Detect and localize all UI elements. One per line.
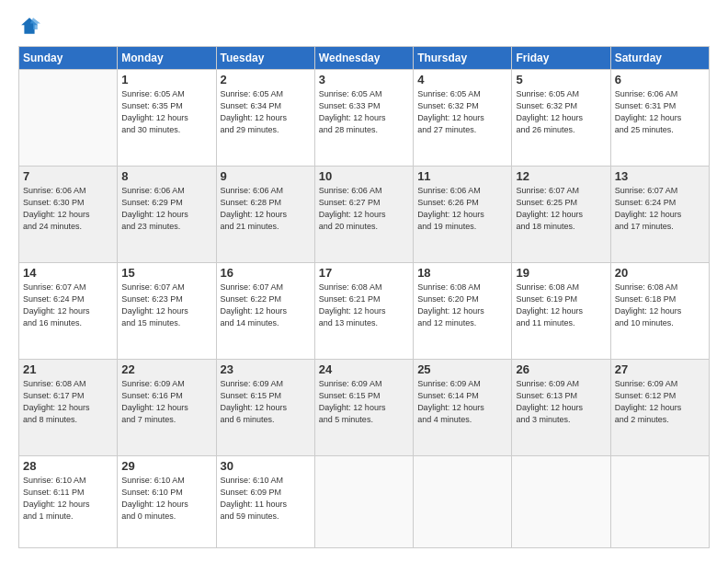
day-info: Sunrise: 6:08 AM Sunset: 6:19 PM Dayligh… xyxy=(516,282,606,329)
day-info: Sunrise: 6:07 AM Sunset: 6:24 PM Dayligh… xyxy=(23,282,113,329)
day-info: Sunrise: 6:10 AM Sunset: 6:11 PM Dayligh… xyxy=(23,475,113,523)
day-number: 21 xyxy=(23,362,113,376)
day-number: 9 xyxy=(221,169,311,183)
day-number: 2 xyxy=(221,73,311,86)
day-number: 13 xyxy=(615,169,705,183)
day-number: 3 xyxy=(319,73,409,86)
day-info: Sunrise: 6:06 AM Sunset: 6:31 PM Dayligh… xyxy=(615,88,705,136)
day-info: Sunrise: 6:05 AM Sunset: 6:32 PM Dayligh… xyxy=(417,88,507,136)
calendar-cell: 16Sunrise: 6:07 AM Sunset: 6:22 PM Dayli… xyxy=(216,263,314,360)
calendar-cell xyxy=(414,456,512,548)
weekday-header-sunday: Sunday xyxy=(19,47,118,70)
calendar-cell: 8Sunrise: 6:06 AM Sunset: 6:29 PM Daylig… xyxy=(118,167,216,263)
weekday-header-thursday: Thursday xyxy=(414,47,512,70)
calendar-cell: 26Sunrise: 6:09 AM Sunset: 6:13 PM Dayli… xyxy=(512,360,610,456)
calendar-cell xyxy=(512,456,610,548)
calendar-cell: 18Sunrise: 6:08 AM Sunset: 6:20 PM Dayli… xyxy=(414,263,512,360)
calendar-week-row: 28Sunrise: 6:10 AM Sunset: 6:11 PM Dayli… xyxy=(19,456,710,548)
day-number: 23 xyxy=(221,362,311,376)
weekday-header-saturday: Saturday xyxy=(610,47,709,70)
calendar-cell: 19Sunrise: 6:08 AM Sunset: 6:19 PM Dayli… xyxy=(512,263,610,360)
logo xyxy=(18,15,44,37)
day-info: Sunrise: 6:08 AM Sunset: 6:21 PM Dayligh… xyxy=(319,282,409,329)
day-info: Sunrise: 6:06 AM Sunset: 6:28 PM Dayligh… xyxy=(221,185,311,233)
calendar-week-row: 21Sunrise: 6:08 AM Sunset: 6:17 PM Dayli… xyxy=(19,360,710,456)
day-number: 10 xyxy=(319,169,409,183)
day-info: Sunrise: 6:05 AM Sunset: 6:34 PM Dayligh… xyxy=(221,88,311,136)
day-info: Sunrise: 6:08 AM Sunset: 6:17 PM Dayligh… xyxy=(23,378,113,426)
day-number: 18 xyxy=(417,266,507,280)
day-info: Sunrise: 6:09 AM Sunset: 6:12 PM Dayligh… xyxy=(615,378,705,426)
day-info: Sunrise: 6:09 AM Sunset: 6:15 PM Dayligh… xyxy=(221,378,311,426)
day-info: Sunrise: 6:09 AM Sunset: 6:16 PM Dayligh… xyxy=(121,378,211,426)
calendar-cell: 1Sunrise: 6:05 AM Sunset: 6:35 PM Daylig… xyxy=(118,70,216,167)
day-number: 27 xyxy=(615,362,705,376)
day-number: 4 xyxy=(417,73,507,86)
day-info: Sunrise: 6:10 AM Sunset: 6:10 PM Dayligh… xyxy=(121,475,211,523)
calendar-table: SundayMondayTuesdayWednesdayThursdayFrid… xyxy=(18,46,710,548)
page-header xyxy=(18,15,710,37)
calendar-cell: 17Sunrise: 6:08 AM Sunset: 6:21 PM Dayli… xyxy=(314,263,413,360)
calendar-cell: 11Sunrise: 6:06 AM Sunset: 6:26 PM Dayli… xyxy=(414,167,512,263)
calendar-cell: 21Sunrise: 6:08 AM Sunset: 6:17 PM Dayli… xyxy=(19,360,118,456)
day-info: Sunrise: 6:07 AM Sunset: 6:22 PM Dayligh… xyxy=(221,282,311,329)
day-number: 14 xyxy=(23,266,113,280)
calendar-week-row: 7Sunrise: 6:06 AM Sunset: 6:30 PM Daylig… xyxy=(19,167,710,263)
day-number: 26 xyxy=(516,362,606,376)
day-info: Sunrise: 6:05 AM Sunset: 6:33 PM Dayligh… xyxy=(319,88,409,136)
calendar-cell xyxy=(610,456,709,548)
day-info: Sunrise: 6:07 AM Sunset: 6:25 PM Dayligh… xyxy=(516,185,606,233)
calendar-cell: 9Sunrise: 6:06 AM Sunset: 6:28 PM Daylig… xyxy=(216,167,314,263)
day-info: Sunrise: 6:06 AM Sunset: 6:27 PM Dayligh… xyxy=(319,185,409,233)
day-number: 17 xyxy=(319,266,409,280)
day-number: 19 xyxy=(516,266,606,280)
calendar-cell xyxy=(314,456,413,548)
day-number: 6 xyxy=(615,73,705,86)
day-number: 5 xyxy=(516,73,606,86)
day-info: Sunrise: 6:07 AM Sunset: 6:23 PM Dayligh… xyxy=(121,282,211,329)
calendar-cell: 25Sunrise: 6:09 AM Sunset: 6:14 PM Dayli… xyxy=(414,360,512,456)
calendar-cell: 5Sunrise: 6:05 AM Sunset: 6:32 PM Daylig… xyxy=(512,70,610,167)
calendar-cell: 27Sunrise: 6:09 AM Sunset: 6:12 PM Dayli… xyxy=(610,360,709,456)
day-number: 7 xyxy=(23,169,113,183)
day-info: Sunrise: 6:08 AM Sunset: 6:18 PM Dayligh… xyxy=(615,282,705,329)
calendar-cell: 29Sunrise: 6:10 AM Sunset: 6:10 PM Dayli… xyxy=(118,456,216,548)
calendar-cell: 20Sunrise: 6:08 AM Sunset: 6:18 PM Dayli… xyxy=(610,263,709,360)
weekday-header-friday: Friday xyxy=(512,47,610,70)
day-info: Sunrise: 6:07 AM Sunset: 6:24 PM Dayligh… xyxy=(615,185,705,233)
calendar-week-row: 14Sunrise: 6:07 AM Sunset: 6:24 PM Dayli… xyxy=(19,263,710,360)
weekday-header-monday: Monday xyxy=(118,47,216,70)
calendar-cell: 24Sunrise: 6:09 AM Sunset: 6:15 PM Dayli… xyxy=(314,360,413,456)
day-info: Sunrise: 6:09 AM Sunset: 6:13 PM Dayligh… xyxy=(516,378,606,426)
day-number: 30 xyxy=(221,459,311,473)
calendar-cell: 7Sunrise: 6:06 AM Sunset: 6:30 PM Daylig… xyxy=(19,167,118,263)
day-info: Sunrise: 6:08 AM Sunset: 6:20 PM Dayligh… xyxy=(417,282,507,329)
calendar-cell: 22Sunrise: 6:09 AM Sunset: 6:16 PM Dayli… xyxy=(118,360,216,456)
calendar-cell: 30Sunrise: 6:10 AM Sunset: 6:09 PM Dayli… xyxy=(216,456,314,548)
calendar-cell: 23Sunrise: 6:09 AM Sunset: 6:15 PM Dayli… xyxy=(216,360,314,456)
weekday-header-tuesday: Tuesday xyxy=(216,47,314,70)
weekday-header-row: SundayMondayTuesdayWednesdayThursdayFrid… xyxy=(19,47,710,70)
calendar-cell: 13Sunrise: 6:07 AM Sunset: 6:24 PM Dayli… xyxy=(610,167,709,263)
day-number: 24 xyxy=(319,362,409,376)
day-info: Sunrise: 6:05 AM Sunset: 6:32 PM Dayligh… xyxy=(516,88,606,136)
day-info: Sunrise: 6:10 AM Sunset: 6:09 PM Dayligh… xyxy=(221,475,311,523)
day-info: Sunrise: 6:09 AM Sunset: 6:15 PM Dayligh… xyxy=(319,378,409,426)
day-info: Sunrise: 6:06 AM Sunset: 6:30 PM Dayligh… xyxy=(23,185,113,233)
calendar-cell: 15Sunrise: 6:07 AM Sunset: 6:23 PM Dayli… xyxy=(118,263,216,360)
day-number: 1 xyxy=(121,73,211,86)
calendar-cell: 4Sunrise: 6:05 AM Sunset: 6:32 PM Daylig… xyxy=(414,70,512,167)
day-number: 22 xyxy=(121,362,211,376)
weekday-header-wednesday: Wednesday xyxy=(314,47,413,70)
calendar-cell: 28Sunrise: 6:10 AM Sunset: 6:11 PM Dayli… xyxy=(19,456,118,548)
day-number: 25 xyxy=(417,362,507,376)
calendar-cell: 6Sunrise: 6:06 AM Sunset: 6:31 PM Daylig… xyxy=(610,70,709,167)
day-info: Sunrise: 6:06 AM Sunset: 6:29 PM Dayligh… xyxy=(121,185,211,233)
calendar-cell: 10Sunrise: 6:06 AM Sunset: 6:27 PM Dayli… xyxy=(314,167,413,263)
day-info: Sunrise: 6:05 AM Sunset: 6:35 PM Dayligh… xyxy=(121,88,211,136)
day-number: 12 xyxy=(516,169,606,183)
logo-icon xyxy=(18,15,40,37)
day-info: Sunrise: 6:06 AM Sunset: 6:26 PM Dayligh… xyxy=(417,185,507,233)
calendar-cell: 14Sunrise: 6:07 AM Sunset: 6:24 PM Dayli… xyxy=(19,263,118,360)
day-number: 16 xyxy=(221,266,311,280)
